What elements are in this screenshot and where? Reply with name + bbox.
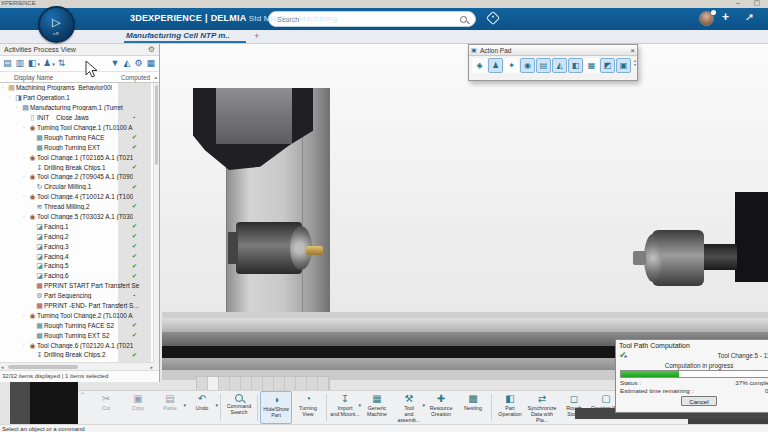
cancel-button[interactable]: Cancel	[681, 396, 717, 406]
tree-row[interactable]: ◦ ▤ Machining Programs_Behavior00000713 …	[0, 83, 154, 93]
column-display-name[interactable]: Display Name	[14, 74, 53, 81]
action-pad-button[interactable]: ◭	[552, 58, 567, 73]
tree-item-label: Tool Change.6 (T02120 A.1 (T02120.1...	[37, 342, 133, 349]
panel-options-gear-icon[interactable]: ⚙	[148, 45, 155, 54]
dropdown-caret[interactable]: ▾	[215, 402, 218, 408]
notification-dot	[711, 10, 716, 15]
panel-toolbar-button[interactable]: ◭	[123, 57, 131, 70]
vertical-scrollbar[interactable]	[153, 83, 159, 370]
ribbon-button[interactable]: ▣ Copy	[122, 391, 154, 424]
scrollbar-thumb[interactable]	[155, 85, 158, 165]
action-pad-button[interactable]: ▣	[616, 58, 631, 73]
tree-row[interactable]: ≋ Thread Milling.2	[0, 202, 154, 212]
tree-row[interactable]: ▯ INIT _ Close Jaws	[0, 113, 154, 123]
tree-row[interactable]: ◪ Facing.4	[0, 251, 154, 261]
compass-logo[interactable]: ▷ v.R	[38, 6, 75, 43]
ribbon-tab[interactable]	[219, 377, 230, 390]
panel-toolbar-button[interactable]: ⚙	[134, 57, 143, 70]
tree-row[interactable]: ◦ ◉ Turning Tool Change.1 (TL0100 A.1 ..…	[0, 123, 154, 133]
ribbon-button[interactable]: ◧ Part Operation	[494, 391, 526, 424]
ribbon-button[interactable]: ✂ Cut	[90, 391, 122, 424]
add-content-icon[interactable]: +	[722, 10, 729, 24]
minimize-button[interactable]: –	[736, 0, 740, 6]
ribbon-tab[interactable]	[296, 377, 307, 390]
ribbon-button[interactable]: ▦ Generic Machine	[361, 391, 393, 424]
close-icon[interactable]: ×	[630, 46, 635, 55]
maximize-button[interactable]: ▢	[753, 0, 760, 7]
ribbon-collapse-icon[interactable]: ⌃	[80, 391, 85, 398]
action-pad-titlebar[interactable]: ▣ Action Pad ×	[469, 45, 637, 56]
tree-row[interactable]: ◦ ◉ Tool Change.4 (T10012 A.1 (T10012.1.…	[0, 192, 154, 202]
tree-row[interactable]: ◪ Facing.2	[0, 231, 154, 241]
ribbon-button[interactable]: ✚ Resource Creation	[425, 391, 457, 424]
tree-row[interactable]: ◪ Facing.3	[0, 241, 154, 251]
action-pad-button[interactable]: ◈	[472, 58, 487, 73]
share-icon[interactable]: ↗	[744, 12, 754, 23]
tree-row[interactable]: ↧ Drilling Break Chips.1	[0, 162, 154, 172]
tree-row[interactable]: ↻ Circular Milling.1	[0, 182, 154, 192]
tree-row[interactable]: ◪ Facing.1	[0, 221, 154, 231]
dropdown-caret[interactable]: ▾	[52, 61, 55, 67]
panel-toolbar-button[interactable]: ▥	[16, 57, 26, 70]
ribbon-button[interactable]: ⚒ ▾ Tool and assemb...	[393, 391, 425, 424]
tree-row[interactable]: ▦ Rough Turning EXT S2	[0, 330, 154, 340]
panel-toolbar-button[interactable]: ⇅	[58, 57, 67, 70]
action-pad-button[interactable]: ♟	[488, 58, 503, 73]
new-tab-button[interactable]: +	[254, 31, 259, 41]
ribbon-tab[interactable]	[197, 377, 208, 390]
panel-toolbar-button[interactable]: ◧▾	[28, 57, 40, 70]
ribbon-tab[interactable]	[307, 377, 318, 390]
tree-row[interactable]: ◦ ◉ Tool Change.1 (T02165 A.1 (T02165.1.…	[0, 152, 154, 162]
horizontal-scrollbar[interactable]: ◂ ▸	[0, 362, 154, 370]
tree-row[interactable]: ◦ ◨ Part Operation.1	[0, 93, 154, 103]
panel-toolbar-button[interactable]: ♟▾	[43, 57, 55, 70]
tree-row[interactable]: ◦ ◉ Turning Tool Change.2 (TL0100 A.1 ..…	[0, 310, 154, 320]
action-pad-button[interactable]: ▦	[584, 58, 599, 73]
search-icon[interactable]	[460, 16, 467, 23]
tree-row[interactable]: ⚙ Part Sequencing	[0, 291, 154, 301]
action-pad-button[interactable]: ▤	[536, 58, 551, 73]
action-pad-button[interactable]: ✦	[504, 58, 519, 73]
ribbon-tab[interactable]	[208, 377, 219, 390]
tree-row[interactable]: ◪ Facing.6	[0, 271, 154, 281]
tree-row[interactable]: ▦ PPRINT -END- Part Transfert S...	[0, 301, 154, 311]
panel-toolbar-button[interactable]: ▼	[111, 57, 121, 70]
ribbon-button[interactable]: ↧ ▾ Import and Mount...	[329, 391, 361, 424]
tree-row[interactable]: ◦ ◉ Tool Change.6 (T02120 A.1 (T02120.1.…	[0, 340, 154, 350]
panel-toolbar-button[interactable]: ▤	[3, 57, 13, 70]
ribbon-button[interactable]: ◑ Hide/Show Part	[260, 391, 292, 424]
tree-row[interactable]: ▦ PPRINT START Part Transfert Se...	[0, 281, 154, 291]
tree-row[interactable]: ◦ ▤ Manufacturing Program.1 (Turret_Mill…	[0, 103, 154, 113]
scrollbar-thumb[interactable]	[8, 365, 78, 369]
tree-row[interactable]: ▦ Rough Turning FACE S2	[0, 320, 154, 330]
tree-row[interactable]: ◦ ◉ Tool Change.5 (T03032 A.1 (T03032.1.…	[0, 212, 154, 222]
ribbon-tab[interactable]	[285, 377, 296, 390]
action-pad-button[interactable]: ◩	[600, 58, 615, 73]
ribbon-button[interactable]: ▩ Nesting	[457, 391, 489, 424]
tree-row[interactable]: ◪ Facing.5	[0, 261, 154, 271]
ribbon-tab[interactable]	[230, 377, 241, 390]
ribbon-tab[interactable]	[263, 377, 274, 390]
ribbon-tab[interactable]	[241, 377, 252, 390]
column-computed[interactable]: Computed	[121, 74, 150, 81]
tree-row[interactable]: ▦ Rough Turning EXT	[0, 142, 154, 152]
tree-row[interactable]: ▦ Rough Turning FACE	[0, 132, 154, 142]
dropdown-caret[interactable]: ▾	[38, 61, 41, 67]
ribbon-button[interactable]: ◔ Turning View	[292, 391, 324, 424]
action-pad-button[interactable]: ◉	[520, 58, 535, 73]
active-document-tab[interactable]: Manufacturing Cell NTP m..	[126, 31, 230, 40]
ribbon-button[interactable]: ↶ ▾ Undo	[186, 391, 218, 424]
ribbon-button[interactable]: Command Search	[223, 391, 255, 424]
tree-row[interactable]: ↧ Drilling Break Chips.2	[0, 350, 154, 360]
ribbon-button[interactable]: ⇄ Synchronize Data with Pla...	[526, 391, 558, 424]
panel-toolbar-button[interactable]	[107, 57, 108, 70]
action-pad-scroll[interactable]: ▴▾	[634, 59, 636, 68]
sort-icon[interactable]: ▴	[154, 74, 157, 80]
ribbon-button[interactable]: ▤ ▾ Paste	[154, 391, 186, 424]
action-pad-button[interactable]: ◧	[568, 58, 583, 73]
ribbon-tab[interactable]	[252, 377, 263, 390]
ribbon-tab[interactable]	[274, 377, 285, 390]
tree-row[interactable]: ◦ ◉ Tool Change.2 (T09045 A.1 (T09045.1.…	[0, 172, 154, 182]
panel-toolbar-button[interactable]: ▦	[146, 57, 156, 70]
ribbon-tab[interactable]	[318, 377, 329, 390]
